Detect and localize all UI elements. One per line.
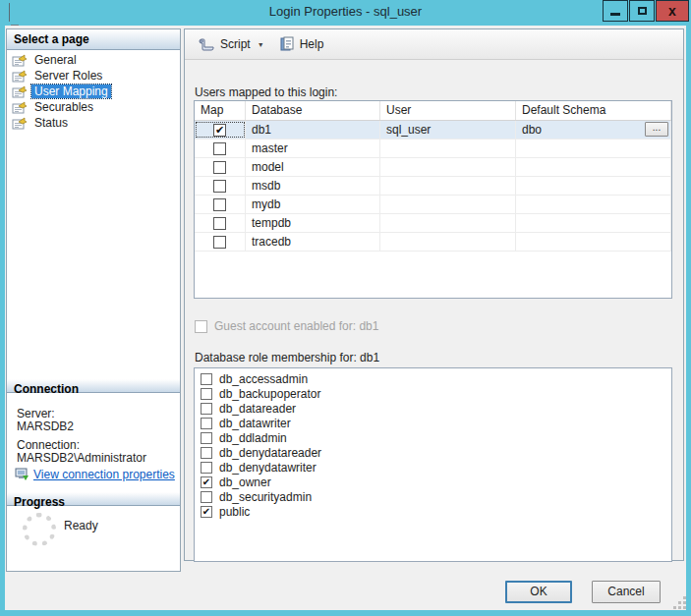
role-checkbox[interactable]: ✔ [201,506,212,518]
page-icon [12,70,28,83]
role-item[interactable]: db_backupoperator [195,386,671,401]
role-membership-list: db_accessadmin db_backupoperator db_data… [194,367,672,562]
sidebar-page-item[interactable]: Status [7,115,180,131]
role-name: db_owner [219,476,271,489]
table-row[interactable]: msdb [195,177,671,196]
map-checkbox[interactable]: ✔ [213,124,226,137]
table-row[interactable]: tracedb [195,233,671,252]
column-header[interactable]: Database [246,101,380,120]
sidebar-pages: General Server Roles User Mapping [7,50,180,131]
server-value: MARSDB2 [17,420,74,433]
window-title: Login Properties - sql_user [0,4,691,19]
titlebar[interactable]: Login Properties - sql_user x [0,0,691,26]
role-checkbox[interactable] [201,462,212,474]
role-item[interactable]: db_securityadmin [195,489,671,504]
column-header[interactable]: Map [195,101,246,120]
script-label: Script [220,37,251,51]
users-mapped-label: Users mapped to this login: [195,85,337,99]
map-checkbox[interactable] [213,142,226,155]
resize-grip[interactable] [672,595,686,609]
help-icon [280,36,295,52]
role-checkbox[interactable] [201,432,212,444]
table-row[interactable]: master [195,140,671,158]
map-checkbox[interactable] [213,198,226,211]
progress-spinner-icon [23,513,56,546]
maximize-button[interactable] [629,0,655,22]
map-cell [195,233,246,251]
map-checkbox[interactable] [213,161,226,174]
role-item[interactable]: db_accessadmin [195,371,671,386]
checkmark-icon: ✔ [215,124,224,135]
table-row[interactable]: tempdb [195,214,671,233]
database-cell: mydb [246,196,380,213]
role-checkbox[interactable] [201,418,212,429]
map-checkbox[interactable] [213,217,226,230]
minimize-button[interactable] [603,0,628,22]
role-name: db_denydatawriter [219,461,317,475]
select-page-header: Select a page [7,29,180,50]
map-checkbox[interactable] [213,180,226,193]
close-button[interactable]: x [656,0,689,22]
user-cell [380,233,516,251]
script-icon [199,36,215,52]
default-schema-cell [516,140,671,157]
sidebar-page-label: General [31,53,80,67]
role-item[interactable]: db_denydatawriter [195,460,671,475]
connection-header: Connection [7,379,180,393]
role-checkbox[interactable] [201,447,212,459]
cancel-button[interactable]: Cancel [592,581,661,603]
checkmark-icon: ✔ [202,476,210,487]
guest-account-row: Guest account enabled for: db1 [195,319,378,333]
default-schema-cell [516,214,671,232]
column-header[interactable]: User [380,101,516,120]
table-row[interactable]: model [195,158,671,177]
role-item[interactable]: db_datareader [195,401,671,416]
default-schema-cell [516,233,671,251]
role-item[interactable]: db_ddladmin [195,430,671,445]
guest-account-label: Guest account enabled for: db1 [214,319,378,333]
help-button[interactable]: Help [275,33,329,55]
role-checkbox[interactable] [201,491,212,503]
sidebar-page-label: User Mapping [31,84,111,98]
map-cell [195,158,246,176]
main-panel: Script ▼ Help Users mapped to this login… [184,28,684,561]
sidebar-page-item[interactable]: General [7,52,180,68]
role-item[interactable]: db_denydatareader [195,445,671,460]
column-header[interactable]: Default Schema [516,101,671,120]
database-cell: master [246,140,380,157]
sidebar-page-label: Server Roles [31,69,105,83]
sidebar-page-label: Securables [31,100,96,114]
connection-label: Connection: [17,438,80,452]
default-schema-cell [516,177,671,195]
map-cell [195,140,246,157]
schema-browse-button[interactable]: ... [645,122,668,137]
page-icon [12,54,28,67]
default-schema-cell [516,158,671,176]
table-row[interactable]: mydb [195,196,671,214]
map-cell [195,214,246,232]
default-schema-cell [516,196,671,213]
sidebar-page-item[interactable]: Securables [7,99,180,115]
role-checkbox[interactable] [201,403,212,415]
table-row[interactable]: ✔ db1 sql_user dbo ... [195,121,671,140]
user-cell [380,140,516,157]
sidebar-page-item[interactable]: User Mapping [7,84,180,99]
map-cell [195,196,246,213]
server-label: Server: [17,407,55,420]
script-button[interactable]: Script ▼ [194,33,269,55]
map-checkbox[interactable] [213,236,226,249]
script-dropdown-icon[interactable]: ▼ [258,41,264,48]
role-item[interactable]: ✔ public [195,504,671,519]
page-icon [12,117,28,130]
sidebar-page-item[interactable]: Server Roles [7,68,180,84]
role-name: db_accessadmin [219,372,308,386]
role-item[interactable]: ✔ db_owner [195,475,671,489]
role-checkbox[interactable]: ✔ [201,476,212,488]
role-checkbox[interactable] [201,388,212,400]
user-cell [380,177,516,195]
role-item[interactable]: db_datawriter [195,416,671,430]
ok-button[interactable]: OK [505,581,572,603]
role-membership-label: Database role membership for: db1 [195,351,379,364]
role-checkbox[interactable] [201,373,212,385]
view-connection-properties-link[interactable]: View connection properties [15,468,175,481]
